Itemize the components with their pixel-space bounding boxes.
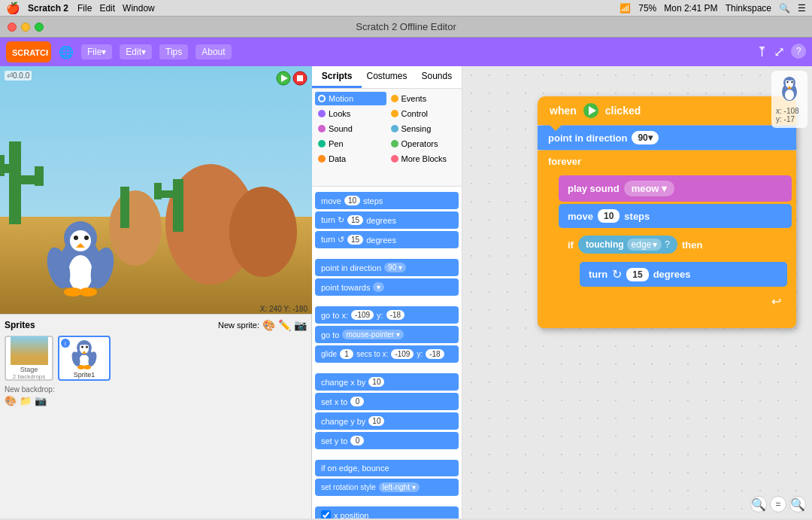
zoom-reset-button[interactable]: = — [770, 496, 786, 512]
svg-point-46 — [83, 365, 91, 369]
globe-icon[interactable]: 🌐 — [59, 45, 74, 59]
upload-sprite-icon[interactable]: ✏️ — [278, 319, 291, 331]
category-motion[interactable]: Motion — [315, 92, 386, 105]
condition-block[interactable]: touching edge ▾ ? — [578, 236, 677, 254]
stage-step-counter: ⏎0.0.0 — [5, 71, 32, 81]
forever-body: play sound meow ▾ move 10 steps — [538, 172, 796, 316]
info-badge[interactable]: i — [61, 339, 70, 348]
if-body: turn ↻ 15 degrees — [559, 259, 792, 290]
wifi-icon: 📶 — [620, 3, 631, 14]
direction-value[interactable]: 90▾ — [632, 131, 658, 144]
block-if-edge-bounce[interactable]: if on edge, bounce — [315, 460, 459, 476]
file-menu-btn[interactable]: File▾ — [81, 44, 112, 59]
help-icon[interactable]: ? — [791, 44, 806, 59]
block-point-direction[interactable]: point in direction 90 ▾ — [315, 259, 459, 276]
category-pen[interactable]: Pen — [315, 137, 386, 151]
window-controls — [8, 23, 44, 32]
sprite-x-coord: x: -108 — [776, 107, 803, 115]
stop-button[interactable] — [292, 71, 308, 86]
tab-costumes[interactable]: Costumes — [362, 66, 411, 88]
sound-dropdown[interactable]: meow ▾ — [624, 181, 675, 196]
point-direction-block[interactable]: point in direction 90▾ — [538, 126, 796, 150]
maximize-button[interactable] — [35, 23, 44, 32]
category-sensing[interactable]: Sensing — [388, 122, 459, 135]
block-goto-pointer[interactable]: go to mouse-pointer ▾ — [315, 326, 459, 343]
svg-point-41 — [86, 345, 88, 348]
menu-icon[interactable]: ☰ — [798, 3, 806, 14]
sprite1-item[interactable]: i — [58, 336, 111, 381]
category-looks[interactable]: Looks — [315, 107, 386, 120]
block-set-y[interactable]: set y to 0 — [315, 432, 459, 449]
category-control[interactable]: Control — [388, 107, 459, 120]
move-value[interactable]: 10 — [598, 209, 620, 223]
move-steps-block[interactable]: move 10 steps — [559, 204, 792, 228]
scratch-toolbar: SCRATCH 🌐 File▾ Edit▾ Tips About ⤒ ⤢ ? — [0, 38, 812, 66]
camera-backdrop-icon[interactable]: 📷 — [35, 395, 47, 406]
forever-block[interactable]: forever play sound meow ▾ — [538, 151, 796, 328]
block-change-y[interactable]: change y by 10 — [315, 412, 459, 430]
x-position-check[interactable] — [321, 510, 331, 518]
tab-sounds[interactable]: Sounds — [412, 66, 462, 88]
when-flag-clicked-block[interactable]: when clicked — [538, 96, 796, 125]
svg-point-5 — [229, 187, 297, 277]
svg-point-28 — [79, 287, 97, 296]
main-script[interactable]: when clicked point in direction 90▾ — [538, 96, 796, 328]
category-motion-label: Motion — [329, 94, 353, 103]
search-icon[interactable]: 🔍 — [779, 3, 790, 14]
category-data[interactable]: Data — [315, 152, 386, 166]
about-btn[interactable]: About — [195, 44, 231, 59]
block-x-position-checkbox[interactable]: x position — [315, 506, 459, 518]
svg-rect-15 — [120, 187, 129, 228]
block-change-x[interactable]: change x by 10 — [315, 373, 459, 391]
sprites-header: Sprites New sprite: 🎨 ✏️ 📷 — [5, 319, 307, 331]
block-set-x[interactable]: set x to 0 — [315, 393, 459, 410]
category-more-blocks[interactable]: More Blocks — [388, 152, 459, 166]
edit-menu[interactable]: Edit — [99, 3, 115, 14]
category-sound[interactable]: Sound — [315, 122, 386, 135]
scripts-area[interactable]: when clicked point in direction 90▾ — [462, 66, 812, 518]
file-menu[interactable]: File — [77, 3, 92, 14]
zoom-out-button[interactable]: 🔍 — [789, 496, 806, 512]
folder-backdrop-icon[interactable]: 📁 — [20, 395, 32, 406]
moreblocks-dot — [391, 155, 398, 163]
tips-btn[interactable]: Tips — [159, 44, 188, 59]
close-button[interactable] — [8, 23, 17, 32]
tab-scripts[interactable]: Scripts — [312, 66, 362, 88]
block-goto-xy[interactable]: go to x: -109 y: -18 — [315, 306, 459, 324]
camera-sprite-icon[interactable]: 📷 — [294, 319, 307, 331]
stage-sprite-item[interactable]: Stage 2 backdrops — [5, 336, 53, 381]
category-control-label: Control — [401, 109, 428, 118]
block-point-towards[interactable]: point towards ▾ — [315, 278, 459, 296]
upload-icon[interactable]: ⤒ — [756, 44, 768, 60]
block-move-steps[interactable]: move 10 steps — [315, 192, 459, 209]
new-backdrop-controls: 🎨 📁 📷 — [5, 395, 307, 406]
svg-rect-14 — [35, 166, 44, 186]
block-turn-cw[interactable]: turn ↻ 15 degrees — [315, 211, 459, 229]
fullscreen-icon[interactable]: ⤢ — [774, 44, 785, 60]
category-panel: Motion Events Looks Control Sound — [312, 89, 462, 187]
block-rotation-style[interactable]: set rotation style left-right ▾ — [315, 479, 459, 496]
paint-sprite-icon[interactable]: 🎨 — [262, 319, 275, 331]
edit-menu-btn[interactable]: Edit▾ — [120, 44, 152, 59]
turn-value[interactable]: 15 — [626, 268, 648, 281]
edge-dropdown[interactable]: edge ▾ — [627, 239, 662, 251]
flag-icon — [583, 102, 599, 119]
turn-block[interactable]: turn ↻ 15 degrees — [580, 262, 787, 287]
block-glide[interactable]: glide 1 secs to x: -109 y: -18 — [315, 345, 459, 363]
green-flag-button[interactable] — [276, 71, 291, 86]
play-sound-block[interactable]: play sound meow ▾ — [559, 175, 792, 202]
paint-backdrop-icon[interactable]: 🎨 — [5, 395, 17, 406]
minimize-button[interactable] — [21, 23, 30, 32]
stage-canvas[interactable]: ⏎0.0.0 X: 240 Y: -180 — [0, 66, 312, 315]
zoom-in-button[interactable]: 🔍 — [750, 496, 767, 512]
svg-point-23 — [84, 236, 89, 240]
block-turn-ccw[interactable]: turn ↺ 15 degrees — [315, 231, 459, 248]
window-menu[interactable]: Window — [123, 3, 155, 14]
stage-scene — [0, 66, 312, 315]
category-events[interactable]: Events — [388, 92, 459, 105]
apple-menu[interactable]: 🍎 — [6, 2, 20, 15]
svg-point-56 — [791, 81, 792, 83]
if-block[interactable]: if touching edge ▾ ? then — [559, 230, 792, 313]
app-name: Scratch 2 — [28, 3, 68, 14]
category-operators[interactable]: Operators — [388, 137, 459, 151]
